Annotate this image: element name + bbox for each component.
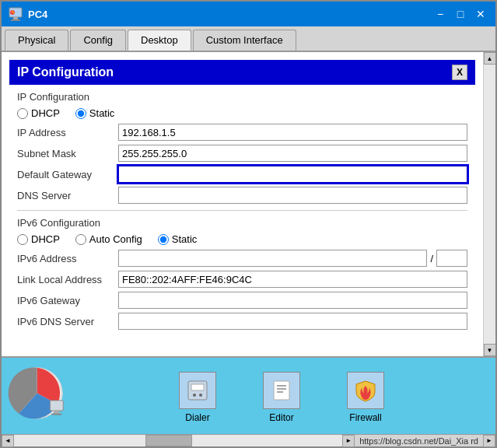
tab-physical[interactable]: Physical (5, 30, 68, 51)
link-local-row: Link Local Address (17, 271, 467, 288)
ipv6-gateway-row: IPv6 Gateway (17, 292, 467, 309)
dialer-item[interactable]: Dialer (179, 372, 216, 423)
pc-icon (8, 364, 66, 422)
ipv6-prefix-input[interactable] (436, 250, 467, 267)
ipv6-dhcp-label: DHCP (31, 233, 60, 245)
editor-label: Editor (269, 412, 293, 423)
subnet-mask-input[interactable] (118, 145, 467, 162)
svg-point-11 (199, 394, 202, 397)
svg-rect-7 (51, 414, 61, 415)
editor-item[interactable]: Editor (263, 372, 300, 423)
content-area: IP Configuration X IP Configuration DHCP… (2, 52, 495, 356)
vertical-scrollbar: ▲ ▼ (483, 52, 495, 356)
ipv6-mode-radio-group: DHCP Auto Config Static (17, 233, 467, 245)
app-icon (8, 6, 23, 22)
ipv6-slash: / (430, 253, 433, 264)
minimize-button[interactable]: − (432, 5, 449, 23)
static-label: Static (89, 107, 115, 119)
scroll-track[interactable] (484, 65, 495, 344)
svg-rect-6 (54, 411, 60, 414)
static-radio[interactable] (75, 108, 86, 119)
ipv6-address-label: IPv6 Address (17, 253, 118, 264)
firewall-item[interactable]: Firewall (347, 372, 384, 423)
scroll-left-button[interactable]: ◄ (2, 435, 14, 447)
tab-config[interactable]: Config (70, 30, 126, 51)
svg-rect-9 (191, 384, 204, 390)
ipv6-dns-label: IPv6 DNS Server (17, 316, 118, 327)
ipv6-dhcp-option[interactable]: DHCP (17, 233, 60, 245)
svg-point-10 (193, 394, 196, 397)
main-window: PC4 − □ ✕ Physical Config Desktop Custom… (0, 0, 497, 448)
svg-rect-2 (11, 19, 20, 21)
window-controls: − □ ✕ (432, 5, 489, 23)
ipv6-static-label: Static (172, 233, 198, 245)
ipv6-address-group: / (118, 250, 467, 267)
ipv6-section-label: IPv6 Configuration (17, 217, 475, 229)
ipv6-auto-label: Auto Config (89, 233, 142, 245)
dns-server-input[interactable] (118, 187, 467, 204)
firewall-label: Firewall (349, 412, 381, 423)
svg-rect-5 (50, 401, 63, 411)
ipv6-auto-radio[interactable] (75, 234, 86, 245)
ip-config-close-button[interactable]: X (452, 65, 467, 80)
svg-rect-12 (274, 381, 289, 400)
dhcp-option[interactable]: DHCP (17, 107, 60, 119)
default-gateway-label: Default Gateway (17, 169, 118, 180)
editor-icon[interactable] (263, 372, 300, 409)
ipv6-gateway-input[interactable] (118, 292, 467, 309)
dns-server-label: DNS Server (17, 190, 118, 201)
link-local-input[interactable] (118, 271, 467, 288)
status-url: https://blog.csdn.net/Dai_Xia rd (355, 436, 483, 446)
ipv6-auto-option[interactable]: Auto Config (75, 233, 142, 245)
maximize-button[interactable]: □ (452, 5, 469, 23)
subnet-mask-label: Subnet Mask (17, 148, 118, 159)
ip-address-label: IP Address (17, 127, 118, 138)
divider (17, 210, 467, 211)
ip-address-input[interactable] (118, 124, 467, 141)
tab-desktop[interactable]: Desktop (128, 30, 191, 51)
scroll-right-button[interactable]: ► (342, 435, 355, 447)
ipv6-dns-input[interactable] (118, 313, 467, 330)
scroll-right-button-2[interactable]: ► (483, 435, 495, 447)
tab-bar: Physical Config Desktop Custom Interface (2, 26, 495, 52)
dhcp-label: DHCP (31, 107, 60, 119)
main-panel: IP Configuration X IP Configuration DHCP… (2, 52, 483, 356)
default-gateway-row: Default Gateway (17, 166, 467, 183)
dialer-label: Dialer (185, 412, 209, 423)
close-window-button[interactable]: ✕ (472, 5, 489, 23)
scroll-down-button[interactable]: ▼ (484, 344, 496, 356)
bottom-icons-row: Dialer Editor (74, 364, 489, 423)
title-bar: PC4 − □ ✕ (2, 2, 495, 26)
bottom-bar: Dialer Editor (2, 356, 495, 434)
ip-config-title: IP Configuration (17, 65, 114, 79)
ip-address-row: IP Address (17, 124, 467, 141)
dns-server-row: DNS Server (17, 187, 467, 204)
ipv6-gateway-label: IPv6 Gateway (17, 295, 118, 306)
ipv6-static-radio[interactable] (158, 234, 169, 245)
link-local-label: Link Local Address (17, 274, 118, 285)
firewall-icon[interactable] (347, 372, 384, 409)
editor-svg (269, 378, 294, 403)
ipv6-address-row: IPv6 Address / (17, 250, 467, 267)
dialer-icon[interactable] (179, 372, 216, 409)
svg-rect-1 (13, 17, 18, 19)
horizontal-scrollbar: ◄ ► https://blog.csdn.net/Dai_Xia rd ► (2, 434, 495, 446)
ip-mode-radio-group: DHCP Static (17, 107, 467, 119)
ipv6-address-input[interactable] (118, 250, 427, 267)
ip-config-header: IP Configuration X (9, 60, 475, 85)
window-title: PC4 (28, 9, 432, 20)
ip-config-section-label: IP Configuration (17, 91, 475, 103)
tab-custom-interface[interactable]: Custom Interface (193, 30, 296, 51)
scroll-h-track[interactable] (14, 435, 342, 446)
scroll-h-thumb (145, 435, 192, 446)
static-option[interactable]: Static (75, 107, 115, 119)
firewall-svg (353, 378, 378, 403)
ipv6-dhcp-radio[interactable] (17, 234, 28, 245)
default-gateway-input[interactable] (118, 166, 467, 183)
dhcp-radio[interactable] (17, 108, 28, 119)
dialer-svg (185, 378, 210, 403)
subnet-mask-row: Subnet Mask (17, 145, 467, 162)
ipv6-static-option[interactable]: Static (158, 233, 198, 245)
ipv6-dns-row: IPv6 DNS Server (17, 313, 467, 330)
scroll-up-button[interactable]: ▲ (484, 52, 496, 65)
